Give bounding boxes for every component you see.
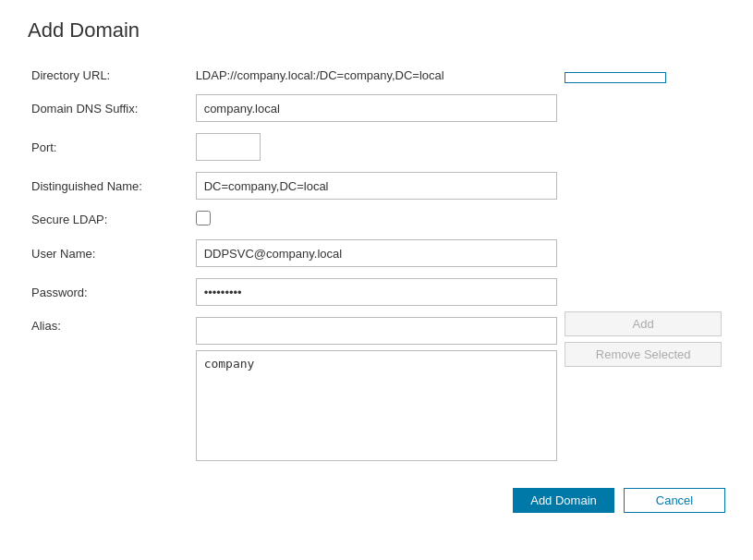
domain-dns-label: Domain DNS Suffix:	[31, 102, 138, 116]
refresh-url-button[interactable]	[565, 72, 666, 83]
alias-label: Alias:	[31, 319, 61, 333]
distinguished-name-label: Distinguished Name:	[31, 179, 142, 193]
cancel-button[interactable]: Cancel	[624, 488, 725, 513]
distinguished-name-input[interactable]	[196, 172, 558, 200]
directory-url-value: LDAP://company.local:/DC=company,DC=loca…	[196, 68, 444, 82]
domain-dns-input[interactable]	[196, 94, 558, 122]
port-input[interactable]	[196, 133, 261, 161]
password-label: Password:	[31, 286, 88, 299]
password-input[interactable]	[196, 278, 558, 306]
secure-ldap-checkbox[interactable]	[196, 211, 211, 225]
username-input[interactable]	[196, 239, 558, 267]
add-domain-button[interactable]: Add Domain	[513, 488, 614, 513]
username-label: User Name:	[31, 247, 95, 261]
directory-url-label: Directory URL:	[31, 68, 110, 82]
secure-ldap-label: Secure LDAP:	[31, 213, 107, 226]
page-title: Add Domain	[28, 18, 725, 43]
port-label: Port:	[31, 140, 56, 154]
add-button[interactable]: Add	[565, 311, 722, 336]
alias-list[interactable]: company	[196, 350, 558, 461]
alias-input[interactable]	[196, 317, 558, 345]
remove-selected-button[interactable]: Remove Selected	[565, 342, 722, 367]
